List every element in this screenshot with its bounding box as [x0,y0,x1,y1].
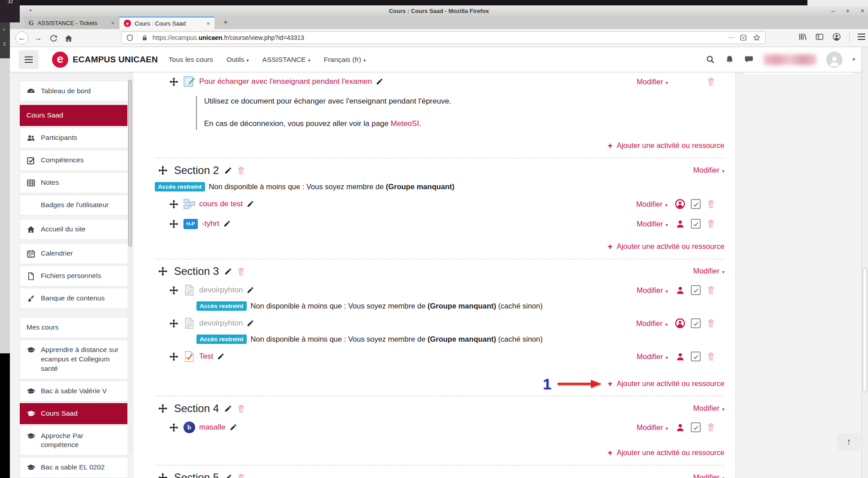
bookmark-star-icon[interactable] [753,34,761,42]
modify-menu[interactable]: Modifier▾ [636,319,667,328]
add-activity-link[interactable]: Ajouter une activité ou ressource [617,448,724,456]
move-handle-icon[interactable] [158,473,167,478]
modify-menu[interactable]: Modifier▾ [637,78,668,86]
scroll-to-top-button[interactable]: ↑ [837,433,860,450]
delete-trash-icon[interactable] [237,474,245,478]
sidebar-header-my-courses[interactable]: Mes cours [20,317,128,338]
completion-checkbox[interactable] [691,352,701,361]
completion-checkbox[interactable] [691,285,701,295]
nav-link-language[interactable]: Français (fr)▾ [324,56,366,64]
move-handle-icon[interactable] [158,404,167,413]
reload-button[interactable] [48,33,59,43]
window-titlebar[interactable]: ▾ Cours : Cours Saad - Mozilla Firefox –… [10,5,868,17]
url-bar[interactable]: https://ecampus.unicaen.fr/course/view.p… [121,31,766,44]
completion-checkbox[interactable] [691,422,701,432]
person-icon[interactable] [676,219,685,229]
library-icon[interactable] [798,32,807,41]
delete-trash-icon[interactable] [237,404,245,413]
move-handle-icon[interactable] [170,286,178,295]
add-activity-link[interactable]: Ajouter une activité ou ressource [617,379,724,387]
move-handle-icon[interactable] [170,78,178,86]
url-text[interactable]: https://ecampus.unicaen.fr/course/view.p… [153,34,304,41]
avatar[interactable] [826,52,842,68]
delete-trash-icon[interactable] [707,319,715,328]
person-icon[interactable] [676,352,685,361]
delete-trash-icon[interactable] [237,166,245,175]
move-handle-icon[interactable] [170,200,178,209]
maximize-button[interactable]: + [846,7,850,14]
notifications-bell-icon[interactable] [725,55,734,64]
activity-link[interactable]: devoirpyhton [199,286,243,295]
sidebar-item-calendar[interactable]: Calendrier [20,243,128,264]
move-handle-icon[interactable] [158,166,167,175]
delete-trash-icon[interactable] [237,267,245,276]
section-modify-menu[interactable]: Modifier▾ [693,473,724,478]
groups-icon[interactable] [675,318,685,328]
activity-link[interactable]: -tyhrt [202,219,219,228]
section-modify-menu[interactable]: Modifier▾ [693,404,724,412]
drawer-scrollbar-thumb[interactable] [128,80,132,247]
tab-assistance[interactable]: G ASSISTANCE - Tickets × [24,17,119,29]
delete-trash-icon[interactable] [707,352,715,361]
modify-menu[interactable]: Modifier▾ [636,200,667,209]
sidebars-icon[interactable] [815,32,824,41]
nav-link-outils[interactable]: Outils▾ [227,56,249,64]
edit-pencil-icon[interactable] [217,353,224,360]
section-modify-menu[interactable]: Modifier▾ [693,166,724,174]
nav-link-assistance[interactable]: ASSISTANCE▾ [262,56,310,64]
edit-pencil-icon[interactable] [224,167,232,174]
edit-pencil-icon[interactable] [247,200,254,208]
back-button[interactable]: ← [15,31,29,45]
site-brand[interactable]: ECAMPUS UNICAEN [73,55,158,65]
sidebar-item-badges[interactable]: Badges de l'utilisateur [20,195,128,216]
add-activity-link[interactable]: Ajouter une activité ou ressource [617,242,724,250]
add-activity-link[interactable]: Ajouter une activité ou ressource [617,141,724,149]
meteosi-link[interactable]: MeteoSI [391,119,419,128]
pocket-icon[interactable] [739,34,747,42]
tab-close-icon[interactable]: × [206,20,210,27]
edit-pencil-icon[interactable] [224,405,232,413]
modify-menu[interactable]: Modifier▾ [637,352,668,361]
completion-checkbox[interactable] [691,199,701,209]
delete-trash-icon[interactable] [707,423,715,432]
move-handle-icon[interactable] [170,423,178,432]
nav-drawer-toggle[interactable] [19,50,39,69]
close-button[interactable]: × [860,7,864,14]
drawer-scrollbar[interactable] [127,72,133,453]
edit-pencil-icon[interactable] [223,220,231,227]
activity-link[interactable]: Test [199,352,213,361]
move-handle-icon[interactable] [170,352,178,361]
person-icon[interactable] [676,423,685,432]
edit-pencil-icon[interactable] [224,474,232,478]
edit-pencil-icon[interactable] [247,320,254,327]
delete-trash-icon[interactable] [707,77,715,86]
sidebar-item-notes[interactable]: Notes [20,172,128,193]
sidebar-item-private-files[interactable]: Fichiers personnels [20,265,128,287]
nav-link-tous-les-cours[interactable]: Tous les cours [169,56,213,64]
person-icon[interactable] [676,286,685,295]
minimize-button[interactable]: – [831,7,835,14]
move-handle-icon[interactable] [158,267,167,276]
site-logo[interactable]: e [52,52,68,68]
activity-link[interactable]: cours de test [199,200,243,209]
edit-pencil-icon[interactable] [224,268,232,275]
edit-pencil-icon[interactable] [247,287,254,294]
delete-trash-icon[interactable] [707,286,715,295]
firefox-account-icon[interactable] [832,32,841,41]
sidebar-item-dashboard[interactable]: Tableau de bord [20,81,128,102]
move-handle-icon[interactable] [170,319,178,328]
activity-link[interactable]: Pour échanger avec l'enseignant pendant … [199,77,372,86]
user-menu-caret-icon[interactable]: ▾ [852,56,855,62]
sidebar-item-course-cours-saad[interactable]: Cours Saad [20,403,128,424]
activity-link[interactable]: devoirpyhton [199,319,243,328]
new-tab-button[interactable]: + [220,18,231,27]
sidebar-item-course-bac-a-sable-el[interactable]: Bac a sable EL 0202 [20,457,128,478]
completion-checkbox[interactable] [691,219,701,229]
edit-pencil-icon[interactable] [376,78,383,85]
delete-trash-icon[interactable] [707,200,715,209]
messages-icon[interactable] [744,55,754,64]
sidebar-item-course-approche[interactable]: Approche Par compétence [20,426,128,456]
page-actions-icon[interactable]: ⋯ [728,34,735,42]
delete-trash-icon[interactable] [707,219,715,228]
page-scrollbar[interactable] [861,47,868,478]
